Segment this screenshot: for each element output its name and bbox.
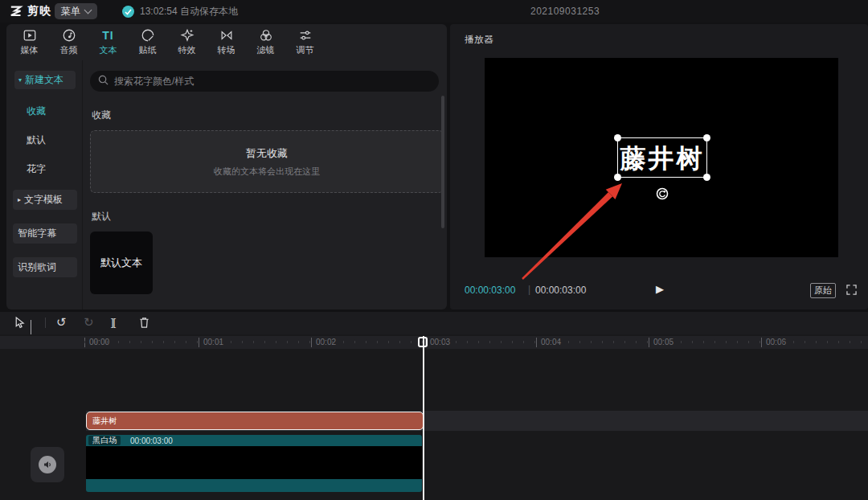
audio-icon: [62, 28, 76, 43]
total-time: 00:00:03:00: [535, 285, 586, 296]
preview-text[interactable]: 藤井树: [618, 141, 706, 177]
collapse-arrow-icon: ▾: [18, 77, 22, 84]
search-placeholder: 搜索花字颜色/样式: [114, 75, 194, 88]
video-clip-audio-strip: [86, 479, 422, 492]
text-selection-box[interactable]: 藤井树: [617, 137, 707, 178]
sidebar-item-label: 新建文本: [25, 73, 63, 87]
sticker-icon: [141, 28, 155, 43]
sidebar-item-text-template[interactable]: ▸ 文字模板: [13, 190, 77, 210]
select-tool-icon[interactable]: [13, 316, 25, 332]
tab-label: 特效: [178, 44, 196, 56]
video-clip[interactable]: 黑白场 00:00:03:00: [86, 435, 422, 492]
sidebar-item-lyrics[interactable]: 识别歌词: [13, 257, 77, 277]
sidebar-item-huazi[interactable]: 花字: [27, 162, 82, 176]
video-clip-name: 黑白场: [88, 436, 121, 445]
toolbar-divider: [45, 318, 46, 328]
ruler-tick: 00:05: [649, 338, 674, 347]
undo-button[interactable]: ↺: [56, 315, 67, 330]
timeline-panel: ↺ ↻ ][ 00:00 00:01 00:02 00:03 00:04 00:…: [0, 312, 868, 500]
player-controls: 00:00:03:00 | 00:00:03:00 ▶ 原始: [450, 281, 868, 299]
tab-effects[interactable]: 特效: [167, 24, 207, 60]
filter-icon: [259, 28, 273, 43]
tab-transition[interactable]: 转场: [207, 24, 246, 60]
time-ruler[interactable]: 00:00 00:01 00:02 00:03 00:04 00:05 00:0…: [0, 336, 868, 349]
menu-button[interactable]: 菜单: [55, 3, 97, 19]
ruler-tick: 00:00: [84, 338, 109, 347]
sidebar-item-label: 智能字幕: [18, 227, 56, 240]
player-title: 播放器: [465, 33, 493, 47]
effects-icon: [180, 28, 194, 43]
media-icon: [23, 28, 37, 43]
text-clip[interactable]: 藤井树: [86, 412, 424, 430]
text-content-area: 搜索花字颜色/样式 收藏 暂无收藏 收藏的文本将会出现在这里 默认 默认文本 花…: [84, 60, 447, 309]
search-icon: [98, 74, 108, 88]
split-button[interactable]: ][: [111, 315, 115, 330]
selection-handle-tr[interactable]: [703, 134, 710, 141]
project-title: 202109031253: [530, 6, 600, 17]
empty-title: 暂无收藏: [246, 146, 288, 161]
text-icon: TI: [102, 28, 113, 43]
top-bar: 剪映 菜单 13:02:54 自动保存本地 202109031253: [0, 0, 868, 23]
tab-filter[interactable]: 滤镜: [246, 24, 285, 60]
original-quality-button[interactable]: 原始: [810, 283, 836, 298]
sidebar-item-smart-caption[interactable]: 智能字幕: [13, 223, 77, 244]
empty-subtitle: 收藏的文本将会出现在这里: [214, 166, 320, 178]
asset-tabbar: 媒体 音频 TI 文本 贴纸 特效 转场 滤镜 调节: [10, 24, 325, 60]
selection-handle-br[interactable]: [703, 174, 710, 181]
tab-sticker[interactable]: 贴纸: [128, 24, 167, 60]
tab-label: 媒体: [21, 44, 39, 56]
favorites-empty-card: 暂无收藏 收藏的文本将会出现在这里: [90, 130, 444, 193]
tab-label: 滤镜: [257, 44, 275, 56]
app-logo: 剪映: [10, 4, 51, 18]
transition-icon: [219, 28, 234, 43]
tab-media[interactable]: 媒体: [10, 24, 49, 60]
sidebar-item-favorites[interactable]: 收藏: [27, 105, 82, 118]
logo-icon: [10, 5, 24, 18]
delete-button[interactable]: [138, 316, 150, 332]
fullscreen-icon[interactable]: [846, 284, 857, 298]
tab-audio[interactable]: 音频: [49, 24, 88, 60]
tab-label: 调节: [297, 44, 314, 56]
selection-handle-tl[interactable]: [614, 134, 621, 141]
autosave-text: 13:02:54 自动保存本地: [140, 5, 238, 18]
video-clip-header: 黑白场 00:00:03:00: [86, 435, 422, 446]
ruler-tick: 00:06: [761, 338, 786, 347]
redo-button[interactable]: ↻: [84, 315, 94, 330]
ruler-tick: 00:02: [311, 338, 336, 347]
sidebar-item-label: 文字模板: [24, 193, 63, 207]
sidebar-item-label: 识别歌词: [18, 260, 56, 274]
tab-label: 转场: [218, 44, 235, 56]
menu-label: 菜单: [61, 5, 80, 18]
playhead-line[interactable]: [423, 336, 424, 500]
play-button[interactable]: ▶: [656, 283, 664, 295]
search-input[interactable]: 搜索花字颜色/样式: [90, 71, 439, 92]
speaker-icon: [39, 456, 56, 473]
default-text-tile[interactable]: 默认文本: [90, 232, 153, 294]
playhead-handle[interactable]: [418, 337, 428, 347]
select-tool-chevron-icon[interactable]: [31, 320, 31, 334]
check-icon: [122, 6, 134, 18]
tab-label: 文本: [100, 44, 117, 56]
text-clip-label: 藤井树: [92, 416, 117, 427]
player-panel: 播放器 藤井树 00:00:03:00 | 00:00:03:00 ▶ 原始: [450, 24, 868, 309]
track-mute-button[interactable]: [31, 447, 64, 482]
tab-adjust[interactable]: 调节: [285, 24, 325, 60]
default-section-title: 默认: [92, 210, 447, 223]
scrollbar[interactable]: [441, 96, 444, 228]
video-preview[interactable]: 藤井树: [485, 58, 838, 257]
selection-handle-bl[interactable]: [614, 174, 621, 181]
timeline-toolbar: ↺ ↻ ][: [0, 312, 868, 334]
sidebar-item-default[interactable]: 默认: [27, 133, 82, 147]
chevron-down-icon: [84, 6, 92, 14]
favorites-section-title: 收藏: [92, 109, 447, 122]
tab-label: 音频: [60, 44, 78, 56]
rotate-handle-icon[interactable]: [656, 187, 669, 200]
tab-text[interactable]: TI 文本: [88, 24, 128, 60]
default-tile-label: 默认文本: [100, 256, 142, 270]
sidebar-item-new-text[interactable]: ▾ 新建文本: [14, 71, 76, 89]
asset-panel: 媒体 音频 TI 文本 贴纸 特效 转场 滤镜 调节: [6, 24, 447, 309]
video-clip-duration: 00:00:03:00: [130, 436, 173, 445]
ruler-tick: 00:01: [199, 338, 223, 347]
adjust-icon: [298, 28, 313, 43]
logo-text: 剪映: [27, 4, 51, 18]
